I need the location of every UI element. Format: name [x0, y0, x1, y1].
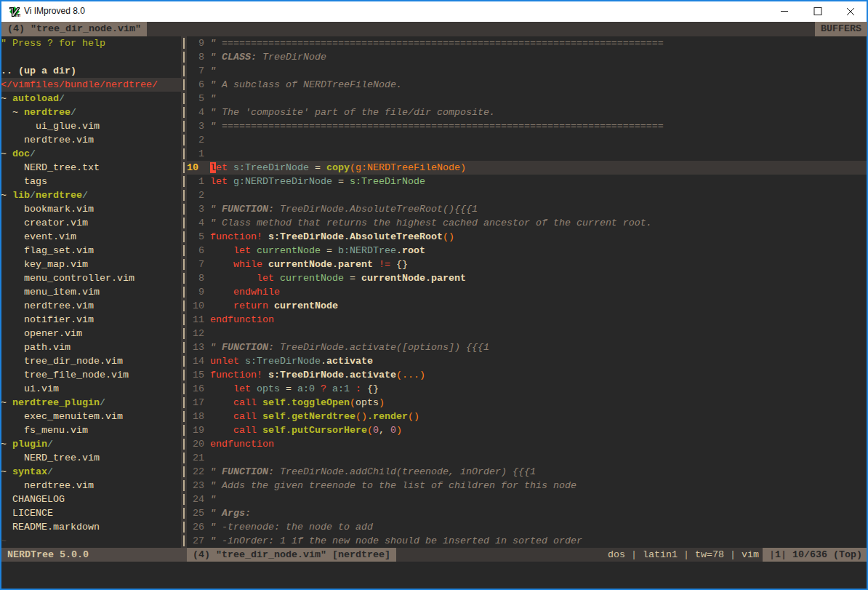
svg-text:im: im: [15, 12, 20, 17]
